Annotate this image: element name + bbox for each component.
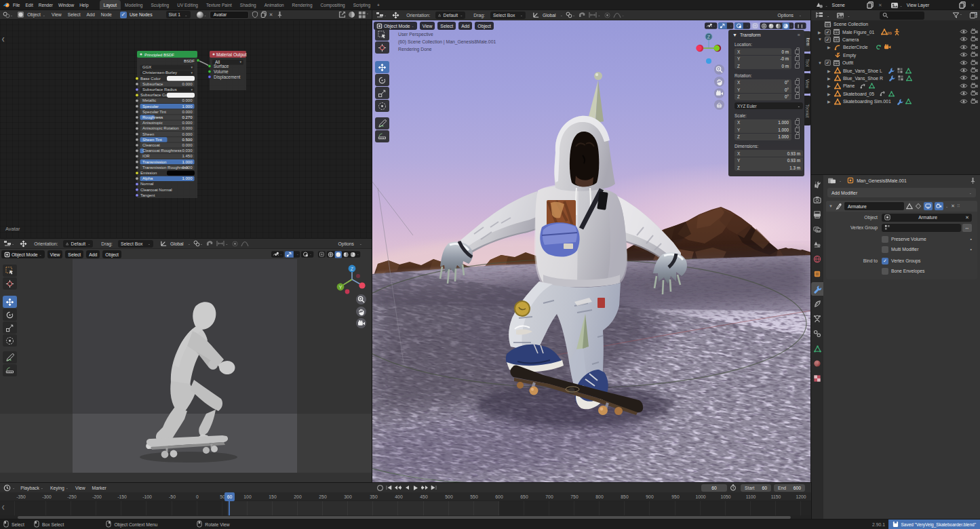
svg-text:Displacement: Displacement bbox=[214, 75, 241, 80]
svg-text:0.000: 0.000 bbox=[182, 143, 193, 147]
svg-text:Z: Z bbox=[351, 267, 354, 271]
svg-text:Volume: Volume bbox=[214, 69, 229, 74]
svg-text:Clearcoat Roughness: Clearcoat Roughness bbox=[142, 149, 182, 153]
svg-text:Emission: Emission bbox=[140, 171, 157, 175]
svg-text:Base Color: Base Color bbox=[140, 77, 161, 81]
svg-text:Anisotropic Rotation: Anisotropic Rotation bbox=[142, 126, 179, 130]
svg-text:0.000: 0.000 bbox=[182, 121, 193, 125]
svg-text:IOR: IOR bbox=[142, 154, 150, 158]
svg-text:1.450: 1.450 bbox=[182, 154, 193, 158]
svg-text:BSDF: BSDF bbox=[184, 59, 195, 63]
svg-text:Clearcoat Normal: Clearcoat Normal bbox=[140, 188, 172, 192]
svg-text:Material Output: Material Output bbox=[216, 52, 247, 58]
svg-text:Alpha: Alpha bbox=[142, 176, 153, 180]
svg-text:0: 0 bbox=[976, 12, 977, 15]
svg-text:1.000: 1.000 bbox=[182, 104, 193, 109]
svg-text:Subsurface: Subsurface bbox=[142, 82, 163, 86]
svg-text:Metallic: Metallic bbox=[142, 98, 156, 102]
svg-text:Roughness: Roughness bbox=[142, 115, 163, 119]
svg-text:Surface: Surface bbox=[214, 64, 229, 68]
svg-text:0.000: 0.000 bbox=[182, 82, 193, 86]
svg-text:Anisotropic: Anisotropic bbox=[142, 121, 163, 125]
svg-text:0.030: 0.030 bbox=[182, 149, 193, 153]
svg-text:Clearcoat: Clearcoat bbox=[142, 143, 160, 147]
svg-text:0.000: 0.000 bbox=[182, 110, 193, 114]
svg-text:Tangent: Tangent bbox=[140, 193, 155, 197]
svg-text:Normal: Normal bbox=[140, 182, 153, 186]
svg-text:0.270: 0.270 bbox=[182, 115, 193, 119]
svg-text:0.000: 0.000 bbox=[182, 126, 193, 130]
svg-text:1.000: 1.000 bbox=[182, 176, 193, 180]
svg-text:0.500: 0.500 bbox=[182, 138, 193, 142]
svg-text:Christensen-Burley: Christensen-Burley bbox=[142, 71, 177, 75]
svg-text:Principled BSDF: Principled BSDF bbox=[144, 53, 174, 57]
svg-text:Specular: Specular bbox=[142, 104, 159, 109]
svg-text:Specular Tint: Specular Tint bbox=[142, 110, 166, 114]
svg-text:0.000: 0.000 bbox=[182, 98, 193, 102]
svg-text:Sheen: Sheen bbox=[142, 132, 154, 136]
svg-text:Transmission Roughness: Transmission Roughness bbox=[142, 165, 188, 170]
svg-text:Subsurface Radius: Subsurface Radius bbox=[142, 87, 177, 92]
svg-text:Transmission: Transmission bbox=[142, 160, 166, 164]
svg-text:GGX: GGX bbox=[142, 65, 151, 69]
svg-text:Y: Y bbox=[339, 285, 342, 290]
svg-text:0.000: 0.000 bbox=[182, 165, 193, 170]
svg-text:0.000: 0.000 bbox=[182, 132, 193, 136]
svg-text:1.000: 1.000 bbox=[182, 160, 193, 164]
svg-text:Z: Z bbox=[707, 35, 711, 39]
svg-text:Sheen Tint: Sheen Tint bbox=[142, 138, 162, 142]
